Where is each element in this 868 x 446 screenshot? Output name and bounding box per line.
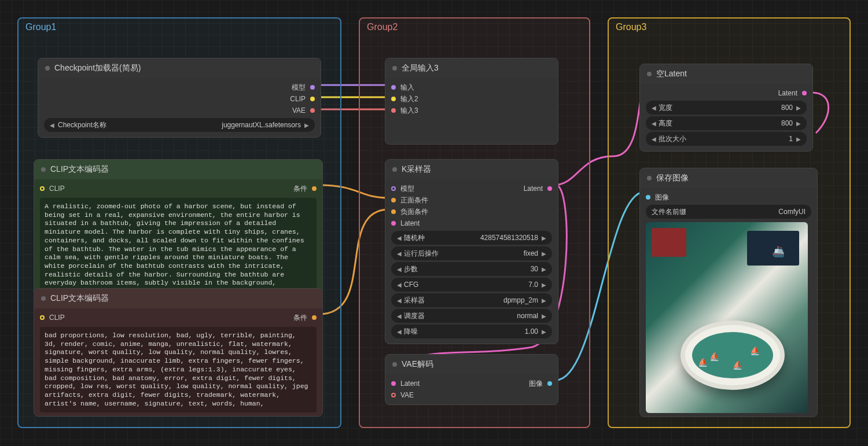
scheduler-label: 调度器 xyxy=(402,311,517,321)
steps-widget[interactable]: ◀步数30▶ xyxy=(391,262,552,276)
after-widget[interactable]: ◀运行后操作fixed▶ xyxy=(391,246,552,260)
ks-in-model: 模型 xyxy=(400,184,414,194)
chevron-right-icon: ▶ xyxy=(304,122,309,128)
steps-label: 步数 xyxy=(402,264,531,274)
port-clip-in-icon[interactable] xyxy=(40,315,45,320)
after-value: fixed xyxy=(524,249,538,257)
node-vae-decode[interactable]: VAE解码 Latent 图像 VAE xyxy=(385,354,558,405)
save-in-image: 图像 xyxy=(655,193,669,202)
port-latent-out-icon[interactable] xyxy=(547,186,552,191)
cfg-label: CFG xyxy=(402,281,528,289)
height-widget[interactable]: ◀高度800▶ xyxy=(646,116,807,130)
clip-neg-title: CLIP文本编码器 xyxy=(50,293,109,304)
node-checkpoint-loader[interactable]: Checkpoint加载器(简易) 模型 CLIP VAE ◀ Checkpoi… xyxy=(38,58,321,138)
batch-widget[interactable]: ◀批次大小1▶ xyxy=(646,132,807,146)
after-label: 运行后操作 xyxy=(402,249,524,259)
vae-decode-title: VAE解码 xyxy=(402,359,433,370)
port-in3-icon[interactable] xyxy=(391,108,396,113)
vae-in-vae: VAE xyxy=(400,391,414,399)
port-in2-icon[interactable] xyxy=(391,97,396,101)
clip-pos-title: CLIP文本编码器 xyxy=(50,164,109,175)
clip-neg-out: 条件 xyxy=(293,313,307,323)
chevron-left-icon: ◀ xyxy=(50,122,54,128)
checkpoint-out-model: 模型 xyxy=(292,83,306,93)
width-value: 800 xyxy=(781,104,793,112)
port-vae-icon[interactable] xyxy=(310,108,315,113)
checkpoint-name-widget[interactable]: ◀ Checkpoint名称 juggernautXL.safetensors … xyxy=(44,118,315,132)
ksampler-title: K采样器 xyxy=(402,164,431,175)
clip-neg-textarea[interactable]: bad proportions, low resolution, bad, ug… xyxy=(40,327,317,412)
save-image-title: 保存图像 xyxy=(656,173,689,183)
node-ksampler[interactable]: K采样器 模型 Latent 正面条件 负面条件 Latent ◀随机种4285… xyxy=(385,159,558,344)
height-value: 800 xyxy=(781,119,793,127)
cfg-widget[interactable]: ◀CFG7.0▶ xyxy=(391,278,552,292)
port-latent-in-icon[interactable] xyxy=(391,381,396,386)
global-in2: 输入2 xyxy=(400,94,418,104)
group-2-title: Group2 xyxy=(360,19,589,36)
clip-neg-in: CLIP xyxy=(49,314,65,322)
port-clip-in-icon[interactable] xyxy=(40,186,45,191)
scheduler-widget[interactable]: ◀调度器normal▶ xyxy=(391,309,552,323)
clip-pos-textarea[interactable]: A realistic, zoomed-out photo of a harbo… xyxy=(40,198,317,301)
seed-value: 428574581320518 xyxy=(480,234,538,242)
seed-label: 随机种 xyxy=(402,233,480,243)
global-in1: 输入 xyxy=(400,83,414,93)
port-model-in-icon[interactable] xyxy=(391,186,396,191)
checkpoint-title: Checkpoint加载器(简易) xyxy=(54,63,141,73)
sampler-label: 采样器 xyxy=(402,296,503,305)
port-image-in-icon[interactable] xyxy=(646,195,650,200)
batch-value: 1 xyxy=(789,135,793,143)
prefix-value: ComfyUI xyxy=(778,208,806,216)
node-clip-positive[interactable]: CLIP文本编码器 CLIP 条件 A realistic, zoomed-ou… xyxy=(34,159,323,305)
vae-out-image: 图像 xyxy=(529,379,543,389)
ks-in-pos: 正面条件 xyxy=(400,196,428,205)
checkpoint-widget-label: Checkpoint名称 xyxy=(54,120,222,130)
vae-in-latent: Latent xyxy=(400,379,420,388)
group-3-title: Group3 xyxy=(609,19,849,36)
node-global-input[interactable]: 全局输入3 输入 输入2 输入3 xyxy=(385,58,558,145)
port-pos-icon[interactable] xyxy=(391,198,396,202)
filename-prefix-widget[interactable]: 文件名前缀ComfyUI xyxy=(646,205,811,219)
port-vae-in-icon[interactable] xyxy=(391,393,396,397)
empty-latent-title: 空Latent xyxy=(656,69,687,79)
output-image-preview: ⛵ ⛵ ⛵ ⛵ 🚢 xyxy=(646,222,808,413)
checkpoint-widget-value: juggernautXL.safetensors xyxy=(222,121,304,129)
port-clip-icon[interactable] xyxy=(310,97,315,101)
seed-widget[interactable]: ◀随机种428574581320518▶ xyxy=(391,231,552,245)
global-in3: 输入3 xyxy=(400,106,418,116)
sampler-value: dpmpp_2m xyxy=(503,296,538,304)
port-latent-out-icon[interactable] xyxy=(802,91,807,95)
node-save-image[interactable]: 保存图像 图像 文件名前缀ComfyUI ⛵ ⛵ ⛵ ⛵ 🚢 xyxy=(639,168,818,417)
el-out-latent: Latent xyxy=(778,89,797,97)
ks-out-latent: Latent xyxy=(524,185,543,193)
denoise-widget[interactable]: ◀降噪1.00▶ xyxy=(391,325,552,338)
port-model-icon[interactable] xyxy=(310,85,315,90)
steps-value: 30 xyxy=(531,265,538,273)
port-neg-icon[interactable] xyxy=(391,209,396,214)
port-in1-icon[interactable] xyxy=(391,85,396,90)
height-label: 高度 xyxy=(656,119,781,128)
port-latent-in-icon[interactable] xyxy=(391,221,396,226)
width-label: 宽度 xyxy=(656,103,781,113)
ks-in-latent: Latent xyxy=(400,219,420,227)
checkpoint-out-vae: VAE xyxy=(292,106,306,115)
port-cond-icon[interactable] xyxy=(312,186,317,191)
node-clip-negative[interactable]: CLIP文本编码器 CLIP 条件 bad proportions, low r… xyxy=(34,288,323,416)
clip-pos-in: CLIP xyxy=(49,185,65,193)
checkpoint-out-clip: CLIP xyxy=(290,95,306,103)
cfg-value: 7.0 xyxy=(528,281,538,289)
group-1-title: Group1 xyxy=(19,19,340,36)
sampler-widget[interactable]: ◀采样器dpmpp_2m▶ xyxy=(391,293,552,307)
prefix-label: 文件名前缀 xyxy=(652,207,778,217)
port-cond-icon[interactable] xyxy=(312,315,317,320)
denoise-label: 降噪 xyxy=(402,327,525,337)
port-image-out-icon[interactable] xyxy=(547,381,552,386)
batch-label: 批次大小 xyxy=(656,134,789,144)
scheduler-value: normal xyxy=(517,312,538,320)
ks-in-neg: 负面条件 xyxy=(400,207,428,217)
denoise-value: 1.00 xyxy=(525,327,538,336)
width-widget[interactable]: ◀宽度800▶ xyxy=(646,101,807,115)
global-input-title: 全局输入3 xyxy=(402,63,439,73)
clip-pos-out: 条件 xyxy=(293,184,307,194)
node-empty-latent[interactable]: 空Latent Latent ◀宽度800▶ ◀高度800▶ ◀批次大小1▶ xyxy=(639,64,813,152)
